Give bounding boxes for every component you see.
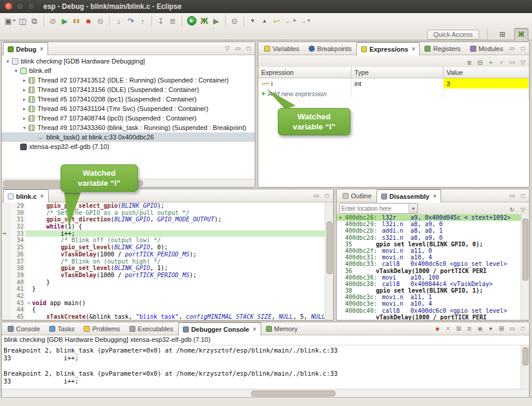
maximize-view-icon[interactable]: □	[518, 324, 527, 334]
scroll-lock-icon[interactable]: ≣	[465, 324, 474, 334]
editor-line[interactable]: 36 vTaskDelay(1000 / portTICK_PERIOD_MS)…	[2, 251, 325, 258]
code-editor[interactable]: 29 gpio_pad_select_gpio(BLINK_GPIO);30 /…	[2, 202, 333, 320]
quick-access-button[interactable]: Quick Access	[427, 30, 479, 40]
debug-tree-row[interactable]: ▸Thread #6 1073431104 (Tmr Svc) (Suspend…	[2, 104, 255, 113]
editor-line[interactable]: 38 gpio_set_level(BLINK_GPIO, 1);	[2, 265, 325, 272]
maximize-view-icon[interactable]: □	[518, 191, 527, 201]
instruction-stepping-icon[interactable]: ≣	[167, 15, 179, 27]
window-minimize-button[interactable]	[16, 2, 24, 10]
tab-problems[interactable]: Problems	[79, 322, 124, 335]
editor-line[interactable]: 29 gpio_pad_select_gpio(BLINK_GPIO);	[2, 202, 325, 210]
tab-debug[interactable]: Debug×	[3, 42, 48, 55]
minimize-view-icon[interactable]: ▭	[508, 44, 517, 53]
column-header-type[interactable]: Type	[352, 67, 444, 78]
tab-modules[interactable]: Modules	[466, 42, 508, 55]
debug-icon[interactable]: Ж	[198, 15, 210, 27]
debug-tree-row[interactable]: ▾blink.elf	[2, 66, 255, 75]
window-close-button[interactable]	[5, 2, 12, 10]
clear-console-icon[interactable]: ⊠	[454, 324, 463, 334]
minimize-view-icon[interactable]: ▭	[312, 191, 321, 201]
step-into-icon[interactable]: ↓	[113, 15, 125, 27]
next-annotation-icon[interactable]: ▼	[247, 15, 259, 27]
tab-tasks[interactable]: Tasks	[45, 322, 79, 335]
editor-line[interactable]: 32 while(1) {	[2, 223, 325, 230]
terminate-icon[interactable]: ■	[433, 324, 442, 334]
debug-tree-row[interactable]: ▾Thread #9 1073433360 (blink_task : Runn…	[2, 123, 255, 132]
editor-line[interactable]: →33 i++;	[2, 230, 325, 237]
resume-icon[interactable]: ▶	[59, 15, 71, 27]
add-expression-icon[interactable]: +	[486, 58, 495, 68]
maximize-view-icon[interactable]: □	[322, 191, 331, 201]
twistie-icon[interactable]: ▸	[21, 78, 28, 83]
editor-line[interactable]: 45 xTaskCreate(&blink_task, "blink_task"…	[2, 313, 325, 320]
minimize-view-icon[interactable]: ▭	[508, 324, 517, 334]
back-history-icon[interactable]: ▾	[292, 15, 297, 27]
drop-to-frame-icon[interactable]: ↧	[155, 15, 167, 27]
editor-line[interactable]: 44{	[2, 306, 325, 313]
scrollbar-thumb[interactable]	[327, 221, 332, 274]
scrollbar-thumb[interactable]	[522, 218, 528, 281]
twistie-icon[interactable]: ▾	[4, 59, 11, 64]
close-tab-icon[interactable]: ×	[412, 46, 416, 52]
open-console-icon[interactable]: ⊞	[497, 324, 506, 334]
close-tab-icon[interactable]: ×	[433, 193, 436, 199]
forward-history-icon[interactable]: ▾	[306, 15, 311, 27]
last-edit-location-icon[interactable]: ↩	[271, 15, 283, 27]
skip-breakpoints-icon[interactable]: ⊘	[47, 15, 59, 27]
minimize-view-icon[interactable]: ▭	[508, 191, 517, 201]
search-icon[interactable]: ⊙	[229, 15, 240, 27]
tab-blink-c[interactable]: blink.c×	[3, 189, 49, 202]
close-tab-icon[interactable]: ×	[40, 193, 44, 199]
vertical-scrollbar[interactable]	[325, 202, 333, 320]
remove-launch-icon[interactable]: ×	[444, 324, 452, 334]
debug-tree-row[interactable]: ▸Thread #5 1073410208 (ipc1) (Suspended …	[2, 94, 255, 104]
open-perspective-icon[interactable]: ⊞	[495, 28, 509, 41]
new-wizard-dropdown-icon[interactable]: ▾	[12, 15, 17, 27]
editor-line[interactable]: 35 gpio_set_level(BLINK_GPIO, 0);	[2, 244, 325, 251]
tab-memory[interactable]: Memory	[261, 322, 303, 335]
disconnect-icon[interactable]: ⊝	[94, 15, 106, 27]
tab-executables[interactable]: Executables	[125, 322, 178, 335]
twistie-icon[interactable]: ▸	[21, 116, 28, 121]
tab-debugger-console[interactable]: Debugger Console×	[178, 322, 261, 335]
debug-tree-row[interactable]: ▸Thread #3 1073413156 (IDLE) (Suspended …	[2, 85, 255, 94]
location-input[interactable]	[340, 205, 408, 212]
external-tools-icon[interactable]: ▶	[210, 15, 222, 27]
tab-console[interactable]: Console	[3, 322, 45, 335]
twistie-icon[interactable]: ▸	[21, 87, 28, 93]
editor-line[interactable]: 30 /* Set the GPIO as a push/pull output…	[2, 210, 325, 217]
debug-perspective-button[interactable]: Ж	[514, 28, 528, 41]
scrollbar-thumb[interactable]	[522, 347, 528, 366]
editor-line[interactable]: 31 gpio_set_direction(BLINK_GPIO, GPIO_M…	[2, 216, 325, 223]
fold-marker[interactable]: ⊖	[26, 300, 32, 307]
twistie-icon[interactable]: ▾	[21, 125, 28, 131]
column-header-expression[interactable]: Expression	[258, 67, 352, 78]
previous-annotation-icon[interactable]: ▲	[259, 15, 271, 27]
tab-breakpoints[interactable]: Breakpoints	[304, 42, 356, 55]
tab-variables[interactable]: Variables	[259, 42, 304, 55]
editor-line[interactable]: 34 /* Blink off (output low) */	[2, 237, 325, 244]
scrollbar-thumb[interactable]	[251, 391, 335, 397]
editor-line[interactable]: 40 }	[2, 279, 325, 286]
editor-line[interactable]: 42	[2, 293, 325, 300]
pin-console-icon[interactable]: ◉	[476, 324, 484, 334]
debug-tree-row[interactable]: blink_task() at blink.c:33 0x400dbc26	[2, 132, 255, 142]
horizontal-scrollbar[interactable]	[2, 389, 529, 397]
window-maximize-button[interactable]	[27, 2, 35, 10]
refresh-icon[interactable]: ↻	[508, 205, 517, 215]
terminate-icon[interactable]: ■	[83, 15, 94, 27]
step-over-icon[interactable]: ↷	[125, 15, 137, 27]
view-menu-icon[interactable]: ▽	[518, 58, 527, 68]
window-titlebar[interactable]: esp - Debug - blink/main/blink.c - Eclip…	[0, 0, 532, 13]
twistie-icon[interactable]: ▸	[21, 106, 28, 112]
editor-line[interactable]: 43⊖void app_main()	[2, 300, 325, 307]
view-menu-icon[interactable]: ▽	[223, 44, 232, 53]
remove-expression-icon[interactable]: ×	[497, 58, 506, 68]
collapse-all-icon[interactable]: ⊟	[476, 58, 484, 68]
editor-line[interactable]: 39 vTaskDelay(1000 / portTICK_PERIOD_MS)…	[2, 272, 325, 279]
location-combo[interactable]	[339, 203, 418, 214]
vertical-scrollbar[interactable]	[521, 214, 529, 320]
save-icon[interactable]: ◫	[17, 15, 28, 27]
editor-line[interactable]: 41}	[2, 286, 325, 293]
close-tab-icon[interactable]: ×	[253, 326, 256, 332]
